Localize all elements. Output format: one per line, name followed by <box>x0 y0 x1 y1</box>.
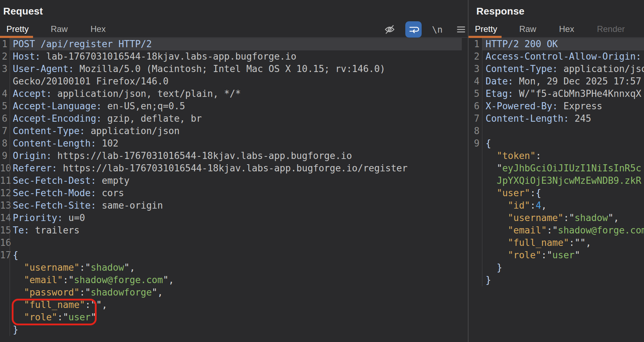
line-number <box>0 299 7 311</box>
code-row: 12Sec-Fetch-Mode: cors <box>0 187 468 199</box>
code-row: 11Sec-Fetch-Dest: empty <box>0 175 468 187</box>
code-row: "token": <box>469 150 644 162</box>
line-number: 14 <box>0 212 7 224</box>
tab-raw[interactable]: Raw <box>514 21 541 38</box>
code-text: } <box>482 274 644 286</box>
hide-eye-icon-button[interactable] <box>381 21 398 38</box>
line-number: 9 <box>0 150 7 162</box>
word-wrap-icon <box>408 24 419 35</box>
editor-menu-button[interactable] <box>453 21 469 38</box>
code-row: "email":"shadow@forge.com", <box>0 274 468 286</box>
line-number: 11 <box>0 175 7 187</box>
response-editor[interactable]: 1HTTP/2 200 OK2Access-Control-Allow-Orig… <box>469 38 644 342</box>
code-text: HTTP/2 200 OK <box>482 38 644 50</box>
code-row: 6Accept-Encoding: gzip, deflate, br <box>0 112 468 125</box>
request-panel-title: Request <box>3 6 43 17</box>
code-row: 7Content-Length: 245 <box>469 112 644 125</box>
code-row: JpYXQiOjE3NjcwMzEwNDB9.zkR <box>469 175 644 187</box>
tab-render: Render <box>592 21 630 38</box>
line-number: 3 <box>469 63 480 75</box>
code-text: Referer: https://lab-1767031016544-18kja… <box>10 162 462 175</box>
tab-pretty[interactable]: Pretty <box>469 21 502 38</box>
line-number <box>469 199 480 212</box>
code-text: X-Powered-By: Express <box>482 100 644 112</box>
code-row: "full_name":"", <box>469 237 644 249</box>
line-number: 7 <box>469 112 480 125</box>
code-text: Content-Length: 102 <box>10 137 462 150</box>
code-text: POST /api/register HTTP/2 <box>10 38 462 50</box>
code-row: 15Te: trailers <box>0 224 468 237</box>
code-text: Content-Type: application/json <box>10 125 462 137</box>
menu-icon <box>455 23 467 35</box>
code-text: Content-Type: application/json <box>482 63 644 75</box>
code-text: "password":"shadowforge", <box>10 286 462 299</box>
code-row: 4Accept: application/json, text/plain, *… <box>0 88 468 100</box>
line-number: 13 <box>0 199 7 212</box>
tab-pretty[interactable]: Pretty <box>0 21 33 38</box>
code-text: "username":"shadow", <box>10 261 462 274</box>
code-row: 9Origin: https://lab-1767031016544-18kja… <box>0 150 468 162</box>
line-number: 4 <box>0 88 7 100</box>
line-number: 6 <box>469 100 480 112</box>
word-wrap-toggle[interactable] <box>405 21 422 38</box>
code-text: } <box>482 261 644 274</box>
code-row: "role":"user" <box>469 249 644 261</box>
tab-raw[interactable]: Raw <box>46 21 73 38</box>
line-number <box>0 324 7 336</box>
line-number: 6 <box>0 112 7 125</box>
code-row: "full_name":"", <box>0 299 468 311</box>
line-number: 16 <box>0 237 7 249</box>
line-number: 1 <box>0 38 7 50</box>
request-toolbar: \n <box>381 21 469 38</box>
code-text: Accept-Language: en-US,en;q=0.5 <box>10 100 462 112</box>
code-text: Date: Mon, 29 Dec 2025 17:57 <box>482 75 644 88</box>
code-text: } <box>10 324 462 336</box>
code-text: Te: trailers <box>10 224 462 237</box>
code-row: 7Content-Type: application/json <box>0 125 468 137</box>
code-text: Origin: https://lab-1767031016544-18kjav… <box>10 150 462 162</box>
line-number <box>469 274 480 286</box>
line-number <box>469 224 480 237</box>
code-text: Gecko/20100101 Firefox/146.0 <box>10 75 462 88</box>
code-text <box>482 125 644 137</box>
code-text: "full_name":"", <box>482 237 644 249</box>
code-text: "id":4, <box>482 199 644 212</box>
code-row: 2Access-Control-Allow-Origin: <box>469 50 644 63</box>
code-row: 17{ <box>0 249 468 261</box>
code-row: "email":"shadow@forge.com", <box>469 224 644 237</box>
code-text: Accept: application/json, text/plain, */… <box>10 88 462 100</box>
code-text: "email":"shadow@forge.com", <box>482 224 644 237</box>
code-row: 13Sec-Fetch-Site: same-origin <box>0 199 468 212</box>
code-text: "token": <box>482 150 644 162</box>
line-number <box>0 261 7 274</box>
line-number <box>469 249 480 261</box>
request-editor[interactable]: 1POST /api/register HTTP/22Host: lab-176… <box>0 38 468 342</box>
code-row: } <box>469 261 644 274</box>
code-text: Content-Length: 245 <box>482 112 644 125</box>
newline-chars-toggle[interactable]: \n <box>429 21 445 38</box>
response-tab-bar: PrettyRawHexRender <box>469 21 644 38</box>
line-number: 15 <box>0 224 7 237</box>
line-number <box>0 75 7 88</box>
line-number: 17 <box>0 249 7 261</box>
code-row: "user":{ <box>469 187 644 199</box>
code-text: Priority: u=0 <box>10 212 462 224</box>
code-row: 14Priority: u=0 <box>0 212 468 224</box>
code-text: "email":"shadow@forge.com", <box>10 274 462 286</box>
tab-hex[interactable]: Hex <box>554 21 579 38</box>
response-panel-title: Response <box>476 6 524 17</box>
newline-chars-icon: \n <box>432 24 443 35</box>
line-number: 7 <box>0 125 7 137</box>
line-number <box>469 237 480 249</box>
line-number: 2 <box>469 50 480 63</box>
line-number: 4 <box>469 75 480 88</box>
tab-hex[interactable]: Hex <box>86 21 111 38</box>
code-text: JpYXQiOjE3NjcwMzEwNDB9.zkR <box>482 175 644 187</box>
line-number: 10 <box>0 162 7 175</box>
code-text <box>10 237 462 249</box>
code-text: "eyJhbGciOiJIUzI1NiIsInR5c <box>482 162 644 175</box>
code-row: 3Content-Type: application/json <box>469 63 644 75</box>
code-row: "username":"shadow", <box>0 261 468 274</box>
line-number <box>469 175 480 187</box>
line-number: 1 <box>469 38 480 50</box>
